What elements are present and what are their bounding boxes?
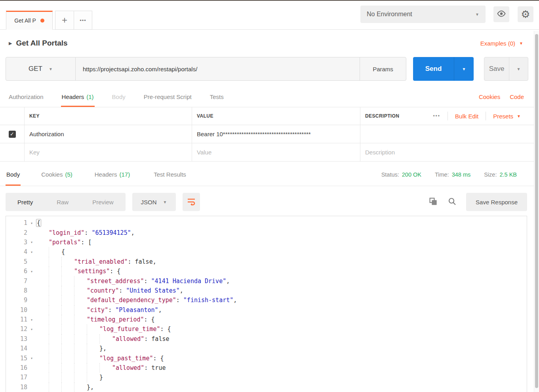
indent-guide [87,353,99,363]
view-preview-button[interactable]: Preview [80,199,125,206]
indent-guide [49,266,61,276]
code-token-plain: }, [99,345,107,352]
line-number: 9 [6,297,27,304]
code-token-key: "allowed" [112,335,144,343]
copy-button[interactable] [428,197,438,207]
value-placeholder[interactable]: Value [197,149,211,156]
indent-guide [61,353,74,363]
tab-headers[interactable]: Headers (1) [61,88,95,107]
fold-arrow-icon[interactable]: ▾ [27,327,36,331]
tab-headers-label: Headers [62,93,84,100]
environment-quicklook-button[interactable] [493,6,509,22]
indent-guide [61,305,74,315]
size-badge: Size: 2.5 KB [484,171,517,178]
code-token-key: "country" [87,287,119,294]
tab-prerequest-script[interactable]: Pre-request Script [143,88,192,107]
fold-arrow-icon[interactable]: ▾ [27,318,36,322]
view-pretty-button[interactable]: Pretty [6,199,45,206]
code-line: 8"country": "United States", [6,286,527,295]
fold-arrow-icon[interactable]: ▾ [27,250,36,254]
response-body-viewer: 1▾{2"login_id": "651394125",3▾"portals":… [6,216,527,392]
indent-guide [36,238,49,247]
tab-response-cookies[interactable]: Cookies (5) [40,164,73,186]
indent-guide [49,353,61,363]
code-line: 11▾"timelog_period": { [6,315,527,324]
line-number: 2 [6,229,27,236]
indent-guide [49,295,61,305]
code-token-plain: : [176,297,183,304]
indent-guide [36,228,49,237]
code-line: 17} [6,373,527,382]
code-token-str: "651394125" [91,229,131,236]
new-tab-button[interactable]: + [55,11,74,29]
indent-guide [74,334,87,344]
code-link[interactable]: Code [510,93,524,100]
presets-dropdown[interactable]: Presets ▼ [493,113,521,120]
save-response-button[interactable]: Save Response [466,193,527,211]
indent-guide [36,305,49,315]
language-select[interactable]: JSON ▼ [132,193,176,211]
tab-response-headers[interactable]: Headers (17) [94,164,131,186]
params-button[interactable]: Params [360,57,406,81]
header-key-cell[interactable]: Authorization [29,131,64,137]
code-token-plain: : [119,287,126,294]
column-key-label: KEY [29,113,40,119]
header-value-cell[interactable]: Bearer 10*******************************… [197,131,311,137]
tab-authorization[interactable]: Authorization [8,88,44,107]
request-tab[interactable]: Get All P [6,11,53,30]
tab-test-results-label: Test Results [154,171,186,178]
table-row: ✓ Authorization Bearer 10***************… [0,125,539,143]
method-select[interactable]: GET ▼ [6,57,76,81]
indent-guide [36,353,49,363]
scrollbar-thumb[interactable] [535,34,538,388]
url-builder: GET ▼ https://projectsapi.zoho.com/resta… [6,57,528,81]
indent-guide [87,373,99,382]
view-raw-button[interactable]: Raw [45,199,80,206]
save-options-button[interactable]: ▼ [509,57,528,80]
headers-table-header: KEY VALUE DESCRIPTION ••• Bulk Edit Pres… [0,107,539,125]
line-number: 8 [6,287,27,294]
tab-tests[interactable]: Tests [209,88,225,107]
wrap-lines-button[interactable] [183,193,200,211]
code-token-plain: : { [110,268,120,275]
examples-dropdown[interactable]: Examples (0) ▼ [480,40,523,47]
scrollbar-track[interactable] [534,31,539,392]
bulk-edit-link[interactable]: Bulk Edit [455,113,478,120]
environment-select[interactable]: No Environment ▼ [360,6,486,23]
tab-response-body[interactable]: Body [6,164,21,186]
code-token-plain: , [131,229,135,236]
send-options-button[interactable]: ▼ [454,57,474,81]
settings-button[interactable]: ⚙ [518,6,533,22]
indent-guide [36,315,49,324]
chevron-down-icon: ▼ [163,200,167,204]
fold-arrow-icon[interactable]: ▾ [27,221,36,225]
divider [448,112,448,120]
tab-response-cookies-label: Cookies [41,171,63,178]
indent-guide [36,363,49,373]
time-value: 348 ms [452,171,471,178]
fold-arrow-icon[interactable]: ▾ [27,269,36,274]
key-placeholder[interactable]: Key [29,149,40,156]
cookies-link[interactable]: Cookies [479,93,500,100]
url-input[interactable]: https://projectsapi.zoho.com/restapi/por… [76,57,360,81]
code-token-plain: : [144,278,151,285]
code-line: 18}, [6,382,527,392]
send-button[interactable]: Send [413,57,454,81]
disclosure-triangle-icon[interactable]: ▶ [9,41,12,46]
fold-arrow-icon[interactable]: ▾ [27,356,36,360]
tab-options-button[interactable]: ••• [74,11,92,29]
save-button[interactable]: Save [484,57,509,80]
indent-guide [74,324,87,334]
presets-label: Presets [493,113,513,120]
search-button[interactable] [447,197,457,207]
view-mode-group: Pretty Raw Preview [6,193,126,211]
description-placeholder[interactable]: Description [365,149,395,156]
table-options-button[interactable]: ••• [433,113,440,119]
indent-guide [61,373,74,382]
tab-test-results[interactable]: Test Results [153,164,187,186]
header-description-cell[interactable] [360,125,539,143]
row-checkbox[interactable]: ✓ [9,131,16,138]
fold-arrow-icon[interactable]: ▾ [27,240,36,244]
tab-body[interactable]: Body [111,88,126,107]
indent-guide [74,363,87,373]
